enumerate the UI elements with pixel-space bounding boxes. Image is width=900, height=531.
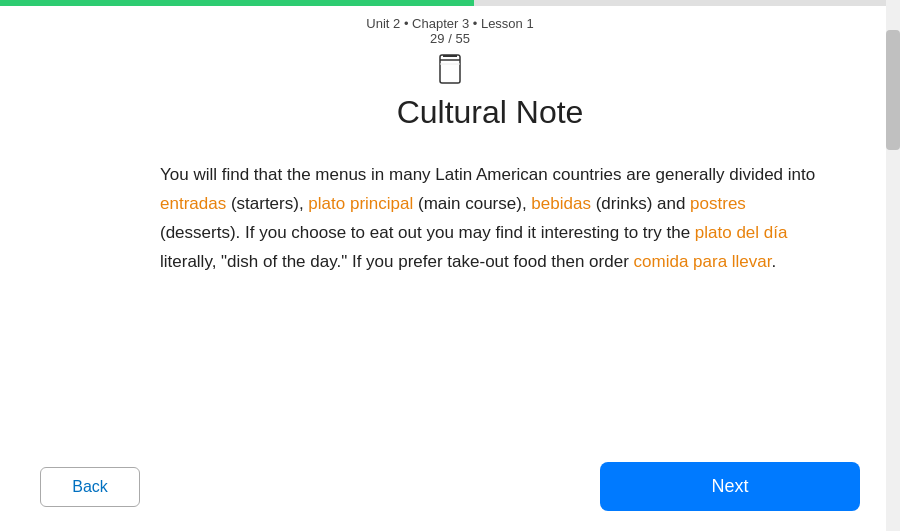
content-intro: You will find that the menus in many Lat… <box>160 165 815 184</box>
svg-rect-1 <box>443 55 457 57</box>
bookmark-area <box>0 54 900 84</box>
breadcrumb: Unit 2 • Chapter 3 • Lesson 1 <box>0 16 900 31</box>
content-period: . <box>772 252 777 271</box>
content-main-course: (main course), <box>413 194 531 213</box>
bookmark-icon[interactable] <box>439 54 461 84</box>
content-dish-of-day: literally, "dish of the day." If you pre… <box>160 252 634 271</box>
content-drinks: (drinks) and <box>591 194 690 213</box>
progress-bar <box>0 0 900 6</box>
content-desserts: (desserts). If you choose to eat out you… <box>160 223 695 242</box>
content-entradas: entradas <box>160 194 226 213</box>
content-bebidas: bebidas <box>531 194 591 213</box>
scrollbar-thumb[interactable] <box>886 30 900 150</box>
lesson-header: Unit 2 • Chapter 3 • Lesson 1 29 / 55 <box>0 6 900 50</box>
page-title: Cultural Note <box>160 94 820 131</box>
content-plato-del-dia: plato del día <box>695 223 788 242</box>
content-plato-principal: plato principal <box>308 194 413 213</box>
scrollbar-track <box>886 0 900 531</box>
content-comida-para-llevar: comida para llevar <box>634 252 772 271</box>
svg-rect-0 <box>440 55 460 83</box>
content-body: You will find that the menus in many Lat… <box>160 161 820 277</box>
content-postres: postres <box>690 194 746 213</box>
content-starters: (starters), <box>226 194 308 213</box>
next-button[interactable]: Next <box>600 462 860 511</box>
page-count: 29 / 55 <box>0 31 900 46</box>
nav-buttons: Back Next <box>0 462 900 511</box>
back-button[interactable]: Back <box>40 467 140 507</box>
main-content: Cultural Note You will find that the men… <box>0 94 900 277</box>
progress-bar-fill <box>0 0 474 6</box>
